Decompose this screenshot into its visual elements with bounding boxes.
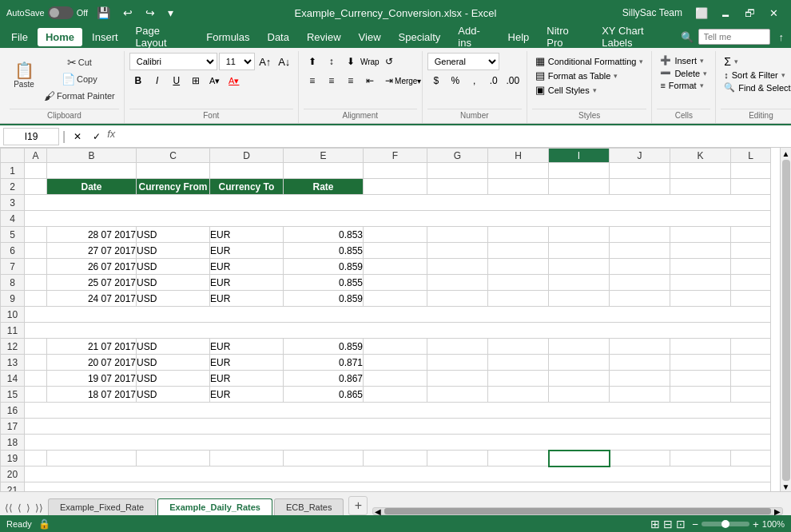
cell-l5[interactable] xyxy=(731,227,771,243)
row-header-14[interactable]: 14 xyxy=(1,371,25,387)
cell-l14[interactable] xyxy=(731,371,771,387)
cell-k15[interactable] xyxy=(670,387,731,403)
cell-d19[interactable] xyxy=(210,451,284,466)
autosave-control[interactable]: AutoSave Off xyxy=(6,6,88,19)
cell-c8[interactable]: USD xyxy=(137,275,210,291)
cell-e9[interactable]: 0.859 xyxy=(284,291,364,307)
cell-a19[interactable] xyxy=(25,451,47,466)
align-top-button[interactable]: ⬆ xyxy=(304,53,321,70)
cell-j9[interactable] xyxy=(610,291,670,307)
cell-row17[interactable] xyxy=(25,419,771,435)
cell-l13[interactable] xyxy=(731,355,771,371)
cell-g8[interactable] xyxy=(427,275,488,291)
cell-k8[interactable] xyxy=(670,275,731,291)
cell-k2[interactable] xyxy=(670,179,731,195)
cell-h7[interactable] xyxy=(488,259,549,275)
cell-e12[interactable]: 0.859 xyxy=(284,339,364,355)
cell-b2[interactable]: Date xyxy=(47,179,137,195)
vertical-scrollbar[interactable]: ▲ ▼ xyxy=(780,148,791,491)
cell-l19[interactable] xyxy=(731,451,771,466)
font-shrink-button[interactable]: A↓ xyxy=(276,53,293,70)
menu-review[interactable]: Review xyxy=(299,28,349,46)
cell-j8[interactable] xyxy=(610,275,670,291)
col-header-l[interactable]: L xyxy=(731,149,771,163)
cell-e5[interactable]: 0.853 xyxy=(284,227,364,243)
cell-j2[interactable] xyxy=(610,179,670,195)
row-header-4[interactable]: 4 xyxy=(1,211,25,227)
cell-reference-input[interactable] xyxy=(3,128,59,145)
cell-c14[interactable]: USD xyxy=(137,371,210,387)
cell-e19[interactable] xyxy=(284,451,364,466)
col-header-h[interactable]: H xyxy=(488,149,549,163)
menu-specialty[interactable]: Specialty xyxy=(391,28,449,46)
cell-l1[interactable] xyxy=(731,163,771,179)
cell-c2[interactable]: Currency From xyxy=(137,179,210,195)
menu-nitro[interactable]: Nitro Pro xyxy=(539,22,592,52)
row-header-8[interactable]: 8 xyxy=(1,275,25,291)
scroll-down-button[interactable]: ▼ xyxy=(782,482,790,491)
cell-i6[interactable] xyxy=(549,243,610,259)
paste-button[interactable]: 📋 Paste xyxy=(10,53,38,97)
cell-e7[interactable]: 0.859 xyxy=(284,259,364,275)
font-family-select[interactable]: Calibri xyxy=(129,53,217,70)
normal-view-button[interactable]: ⊞ xyxy=(650,518,660,530)
sheet-prev-button[interactable]: ⟨ xyxy=(16,501,23,515)
confirm-formula-button[interactable]: ✓ xyxy=(88,128,105,145)
cell-e6[interactable]: 0.855 xyxy=(284,243,364,259)
cell-f1[interactable] xyxy=(364,163,427,179)
cell-j1[interactable] xyxy=(610,163,670,179)
menu-file[interactable]: File xyxy=(3,28,36,46)
share-button[interactable]: ↑ xyxy=(775,30,789,45)
cell-a7[interactable] xyxy=(25,259,47,275)
cell-j12[interactable] xyxy=(610,339,670,355)
row-header-13[interactable]: 13 xyxy=(1,355,25,371)
cell-l9[interactable] xyxy=(731,291,771,307)
decrease-indent-button[interactable]: ⇤ xyxy=(361,72,379,89)
cell-g12[interactable] xyxy=(427,339,488,355)
row-header-21[interactable]: 21 xyxy=(1,482,25,492)
row-header-17[interactable]: 17 xyxy=(1,419,25,435)
cell-h2[interactable] xyxy=(488,179,549,195)
cell-row11[interactable] xyxy=(25,323,771,339)
cell-i9[interactable] xyxy=(549,291,610,307)
cell-h13[interactable] xyxy=(488,355,549,371)
cell-f5[interactable] xyxy=(364,227,427,243)
scroll-up-button[interactable]: ▲ xyxy=(782,149,790,158)
cell-e1[interactable] xyxy=(284,163,364,179)
cell-b12[interactable]: 21 07 2017 xyxy=(47,339,137,355)
cell-f8[interactable] xyxy=(364,275,427,291)
percent-button[interactable]: % xyxy=(447,72,464,89)
page-layout-view-button[interactable]: ⊟ xyxy=(663,518,673,530)
rotate-button[interactable]: ↺ xyxy=(380,53,398,70)
zoom-in-button[interactable]: + xyxy=(753,518,759,530)
sheet-last-button[interactable]: ⟩⟩ xyxy=(34,501,45,515)
row-header-9[interactable]: 9 xyxy=(1,291,25,307)
cell-j7[interactable] xyxy=(610,259,670,275)
cell-a13[interactable] xyxy=(25,355,47,371)
cell-c1[interactable] xyxy=(137,163,210,179)
cell-f2[interactable] xyxy=(364,179,427,195)
comma-button[interactable]: , xyxy=(466,72,483,89)
cell-i8[interactable] xyxy=(549,275,610,291)
cell-d9[interactable]: EUR xyxy=(210,291,284,307)
cell-h12[interactable] xyxy=(488,339,549,355)
cell-d7[interactable]: EUR xyxy=(210,259,284,275)
row-header-16[interactable]: 16 xyxy=(1,403,25,419)
cell-b1[interactable] xyxy=(47,163,137,179)
cell-g13[interactable] xyxy=(427,355,488,371)
cell-j13[interactable] xyxy=(610,355,670,371)
cell-h15[interactable] xyxy=(488,387,549,403)
cell-k9[interactable] xyxy=(670,291,731,307)
col-header-d[interactable]: D xyxy=(210,149,284,163)
font-size-select[interactable]: 11 xyxy=(219,53,255,70)
cell-h6[interactable] xyxy=(488,243,549,259)
cell-d13[interactable]: EUR xyxy=(210,355,284,371)
bold-button[interactable]: B xyxy=(129,72,147,89)
customize-button[interactable]: ▾ xyxy=(164,5,177,21)
cut-button[interactable]: ✂ Cut xyxy=(40,54,119,70)
row-header-10[interactable]: 10 xyxy=(1,307,25,323)
cell-b7[interactable]: 26 07 2017 xyxy=(47,259,137,275)
cell-b8[interactable]: 25 07 2017 xyxy=(47,275,137,291)
cell-e2[interactable]: Rate xyxy=(284,179,364,195)
search-icon[interactable]: 🔍 xyxy=(681,31,694,43)
